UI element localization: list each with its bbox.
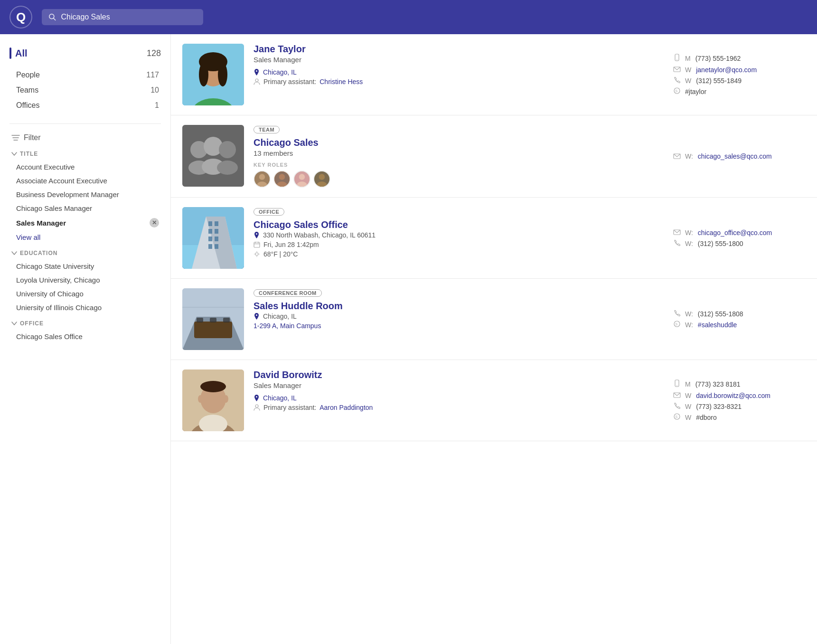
jane-taylor-name[interactable]: Jane Taylor <box>254 44 663 55</box>
phone-icon <box>673 76 681 85</box>
education-section-header[interactable]: EDUCATION <box>9 244 161 259</box>
svg-text:S: S <box>676 415 678 418</box>
filter-edu-loyola[interactable]: Loyola University, Chicago <box>9 273 161 287</box>
filter-title-associate-ae[interactable]: Associate Account Executive <box>9 174 161 188</box>
svg-point-78 <box>256 396 257 398</box>
svg-point-50 <box>256 233 257 235</box>
filter-row[interactable]: Filter <box>9 131 161 145</box>
filter-title-sales-manager[interactable]: Sales Manager ✕ <box>9 215 161 230</box>
svg-point-68 <box>256 314 257 316</box>
sidebar-item-people[interactable]: People 117 <box>9 67 161 83</box>
email-icon-team <box>673 152 681 161</box>
filter-edu-chicago-state[interactable]: Chicago State University <box>9 259 161 273</box>
david-assistant-link[interactable]: Aaron Paddington <box>319 404 373 411</box>
office-section-header[interactable]: OFFICE <box>9 314 161 330</box>
role-avatar-2 <box>273 170 291 188</box>
filter-title-account-executive[interactable]: Account Executive <box>9 160 161 174</box>
jane-location-link[interactable]: Chicago, IL <box>263 68 297 76</box>
calendar-icon <box>254 241 260 248</box>
sidebar-item-offices[interactable]: Offices 1 <box>9 98 161 113</box>
huddle-skype: S W: #saleshuddle <box>673 321 806 329</box>
jane-email-link[interactable]: janetaylor@qco.com <box>696 66 757 74</box>
location-icon-david <box>254 394 260 402</box>
result-card-jane-taylor[interactable]: Jane Taylor Sales Manager Chicago, IL <box>171 34 817 115</box>
office-meta: 330 North Wabash, Chicago, IL 60611 Fri,… <box>254 231 663 258</box>
huddle-room-name[interactable]: Sales Huddle Room <box>254 301 663 312</box>
svg-point-77 <box>224 395 228 403</box>
huddle-meta: Chicago, IL 1-299 A, Main Campus <box>254 313 663 330</box>
svg-point-23 <box>219 141 236 158</box>
team-name[interactable]: Chicago Sales <box>254 137 663 148</box>
remove-sales-manager-filter[interactable]: ✕ <box>150 218 159 227</box>
huddle-skype-link[interactable]: #saleshuddle <box>698 321 737 329</box>
david-mobile: M (773) 323 8181 <box>673 379 806 388</box>
office-contact: W: chicago_office@qco.com W: (312) 555-1… <box>673 207 806 269</box>
sun-icon <box>254 251 260 257</box>
david-workphone: W (773) 323-8321 <box>673 402 806 410</box>
team-contact: W: chicago_sales@qco.com <box>673 125 806 188</box>
sidebar-all-label: All <box>9 47 28 59</box>
svg-point-26 <box>259 174 265 180</box>
svg-point-14 <box>676 59 677 60</box>
svg-rect-51 <box>254 242 260 247</box>
search-bar[interactable] <box>42 9 203 25</box>
chicago-office-info: OFFICE Chicago Sales Office 330 North Wa… <box>254 207 663 269</box>
result-card-david-borowitz[interactable]: David Borowitz Sales Manager Chicago, IL <box>171 360 817 441</box>
jane-taylor-assistant: Primary assistant: Christine Hess <box>254 78 663 85</box>
sidebar-sub-items: People 117 Teams 10 Offices 1 <box>9 64 161 117</box>
svg-rect-46 <box>208 237 212 241</box>
office-name[interactable]: Chicago Sales Office <box>254 219 663 230</box>
filter-edu-u-chicago[interactable]: University of Chicago <box>9 287 161 301</box>
office-phone: W: (312) 555-1800 <box>673 239 806 247</box>
filter-title-bdm[interactable]: Business Development Manager <box>9 188 161 201</box>
office-building-svg <box>182 207 244 269</box>
svg-point-32 <box>299 174 305 180</box>
jane-taylor-meta: Chicago, IL Primary assistant: Christine… <box>254 68 663 85</box>
sidebar-item-teams[interactable]: Teams 10 <box>9 83 161 98</box>
office-email: W: chicago_office@qco.com <box>673 228 806 237</box>
filter-title-chicago-sm[interactable]: Chicago Sales Manager <box>9 201 161 215</box>
david-email-link[interactable]: david.borowitz@qco.com <box>696 392 770 399</box>
results-panel: Jane Taylor Sales Manager Chicago, IL <box>171 34 817 644</box>
office-email-link[interactable]: chicago_office@qco.com <box>698 229 772 237</box>
key-roles-avatars <box>254 170 663 188</box>
search-icon <box>48 13 56 21</box>
phone-icon-office <box>673 239 681 247</box>
app-logo: Q <box>9 6 32 28</box>
education-filter-items: Chicago State University Loyola Universi… <box>9 259 161 314</box>
svg-rect-44 <box>208 229 212 234</box>
search-input[interactable] <box>61 13 197 21</box>
filter-office-chicago-sales[interactable]: Chicago Sales Office <box>9 330 161 343</box>
filter-edu-u-illinois[interactable]: Uniersity of Illinois Chicago <box>9 301 161 314</box>
location-icon <box>254 68 260 76</box>
sidebar: All 128 People 117 Teams 10 Offices 1 <box>0 34 171 644</box>
team-photo <box>182 125 244 187</box>
view-all-titles[interactable]: View all <box>9 230 161 244</box>
result-card-huddle-room[interactable]: CONFERENCE ROOM Sales Huddle Room Chicag… <box>171 279 817 360</box>
svg-rect-64 <box>197 318 203 322</box>
david-borowitz-name[interactable]: David Borowitz <box>254 369 663 380</box>
svg-rect-49 <box>215 244 218 249</box>
team-email-link[interactable]: chicago_sales@qco.com <box>698 152 772 160</box>
result-card-chicago-sales-team[interactable]: TEAM Chicago Sales 13 members KEY ROLES <box>171 115 817 198</box>
mobile-icon <box>673 54 681 63</box>
all-count: 128 <box>147 48 161 58</box>
role-avatar-3 <box>293 170 310 188</box>
person-icon-david <box>254 404 260 411</box>
jane-taylor-info: Jane Taylor Sales Manager Chicago, IL <box>254 44 663 105</box>
sidebar-all-row[interactable]: All 128 <box>9 46 161 64</box>
office-filter-items: Chicago Sales Office <box>9 330 161 343</box>
title-section-header[interactable]: TITLE <box>9 145 161 160</box>
huddle-room-link[interactable]: 1-299 A, Main Campus <box>254 322 321 330</box>
office-weather: 68°F | 20°C <box>254 250 663 258</box>
svg-point-10 <box>218 63 227 86</box>
jane-assistant-link[interactable]: Christine Hess <box>319 78 363 85</box>
skype-icon: S <box>673 87 681 95</box>
huddle-contact: W: (312) 555-1808 S W: #saleshuddle <box>673 288 806 350</box>
david-location-link[interactable]: Chicago, IL <box>263 394 297 402</box>
team-avatar-svg <box>182 125 244 187</box>
svg-point-76 <box>198 395 203 403</box>
svg-point-81 <box>676 385 677 386</box>
result-card-chicago-sales-office[interactable]: OFFICE Chicago Sales Office 330 North Wa… <box>171 198 817 279</box>
office-address: 330 North Wabash, Chicago, IL 60611 <box>254 231 663 239</box>
